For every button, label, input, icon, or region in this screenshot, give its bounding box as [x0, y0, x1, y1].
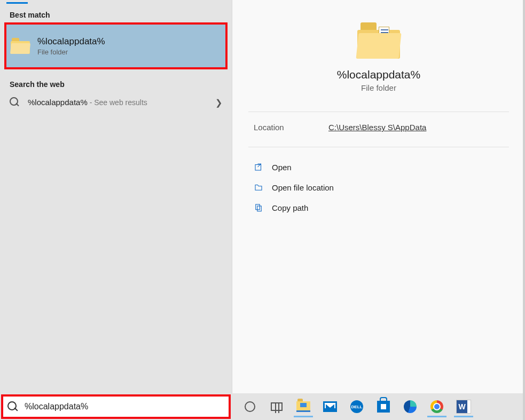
divider — [248, 147, 509, 147]
copy-path-label: Copy path — [272, 203, 308, 212]
location-path-link[interactable]: C:\Users\Blessy S\AppData — [328, 123, 426, 132]
open-icon — [254, 162, 263, 172]
scope-tab-active-indicator — [6, 2, 28, 4]
best-match-title: %localappdata% — [37, 36, 105, 47]
search-results-pane: Best match %localappdata% File folder Se… — [0, 0, 232, 393]
web-result-title: %localappdata% — [28, 98, 88, 107]
open-file-location-action[interactable]: Open file location — [248, 178, 509, 196]
location-label: Location — [254, 123, 307, 132]
folder-icon — [11, 38, 30, 54]
preview-pane: %localappdata% File folder Location C:\U… — [232, 0, 525, 393]
word-icon: W — [457, 400, 471, 413]
svg-rect-2 — [257, 206, 262, 211]
chevron-right-icon: ❯ — [215, 98, 222, 108]
open-action-label: Open — [272, 163, 292, 172]
action-list: Open Open file location Copy path — [248, 158, 509, 217]
mail-app-button[interactable] — [317, 396, 343, 417]
svg-rect-1 — [256, 204, 260, 210]
taskbar-icons: DELL W — [232, 396, 476, 417]
dell-app-button[interactable]: DELL — [344, 396, 370, 417]
taskbar-search-box[interactable] — [1, 394, 231, 419]
edge-icon — [404, 400, 417, 413]
cortana-button[interactable] — [237, 396, 263, 417]
file-explorer-icon — [296, 401, 310, 412]
best-match-subtitle: File folder — [37, 48, 105, 56]
cortana-icon — [245, 401, 255, 412]
search-input[interactable] — [25, 402, 224, 411]
best-match-text: %localappdata% File folder — [37, 36, 105, 56]
copy-icon — [254, 203, 263, 212]
store-icon — [377, 401, 390, 413]
task-view-button[interactable] — [264, 396, 289, 417]
dell-icon: DELL — [350, 400, 363, 413]
chrome-browser-button[interactable] — [424, 396, 450, 417]
folder-icon-large — [357, 21, 400, 59]
chrome-icon — [430, 400, 443, 413]
main-area: Best match %localappdata% File folder Se… — [0, 0, 525, 393]
edge-browser-button[interactable] — [397, 396, 423, 417]
search-icon — [10, 97, 20, 108]
best-match-result[interactable]: %localappdata% File folder — [4, 22, 228, 69]
word-app-button[interactable]: W — [451, 396, 476, 417]
copy-path-action[interactable]: Copy path — [248, 199, 509, 217]
svg-rect-0 — [255, 165, 261, 171]
windows-search-panel: Best match %localappdata% File folder Se… — [0, 0, 525, 420]
folder-location-icon — [254, 183, 263, 192]
search-web-section-label: Search the web — [0, 75, 232, 92]
mail-icon — [323, 401, 337, 412]
scrollbar[interactable] — [523, 0, 525, 420]
search-icon — [7, 401, 19, 413]
open-action[interactable]: Open — [248, 158, 509, 176]
location-row: Location C:\Users\Blessy S\AppData — [248, 123, 509, 147]
best-match-section-label: Best match — [0, 5, 232, 22]
microsoft-store-button[interactable] — [371, 396, 396, 417]
divider — [248, 112, 509, 112]
taskbar: DELL W — [0, 393, 525, 420]
web-result-text: %localappdata% - See web results — [28, 98, 147, 107]
file-explorer-button[interactable] — [291, 396, 316, 417]
preview-title: %localappdata% — [337, 68, 420, 81]
web-result-suffix: - See web results — [88, 98, 147, 107]
preview-subtitle: File folder — [361, 83, 396, 92]
web-search-result[interactable]: %localappdata% - See web results ❯ — [0, 92, 232, 113]
open-file-location-label: Open file location — [272, 183, 334, 192]
task-view-icon — [271, 402, 283, 411]
